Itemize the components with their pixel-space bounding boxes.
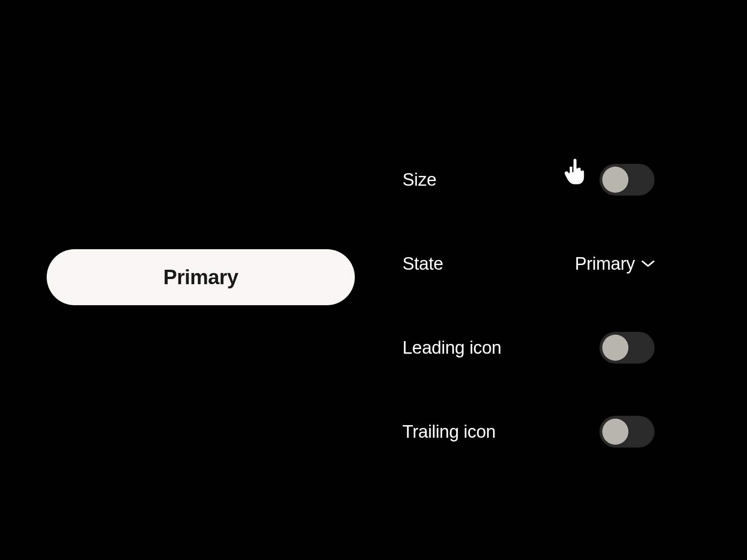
- toggle-thumb: [602, 167, 628, 193]
- size-toggle[interactable]: [599, 164, 655, 196]
- preview-button[interactable]: Primary: [47, 249, 355, 305]
- leading-icon-label: Leading icon: [402, 338, 501, 358]
- chevron-down-icon: [641, 259, 655, 268]
- trailing-icon-toggle[interactable]: [599, 416, 655, 448]
- trailing-icon-label: Trailing icon: [402, 422, 496, 442]
- state-dropdown[interactable]: Primary: [575, 254, 655, 274]
- preview-button-label: Primary: [163, 266, 238, 289]
- control-row-size: Size: [402, 138, 655, 222]
- control-row-state: State Primary: [402, 222, 655, 306]
- toggle-thumb: [602, 419, 628, 445]
- state-dropdown-value: Primary: [575, 254, 635, 274]
- size-label: Size: [402, 170, 437, 190]
- leading-icon-toggle[interactable]: [599, 332, 655, 364]
- control-row-leading-icon: Leading icon: [402, 306, 655, 390]
- controls-panel: Size State Primary Leading icon Trailing…: [402, 138, 655, 474]
- state-label: State: [402, 254, 443, 274]
- toggle-thumb: [602, 335, 628, 361]
- control-row-trailing-icon: Trailing icon: [402, 390, 655, 474]
